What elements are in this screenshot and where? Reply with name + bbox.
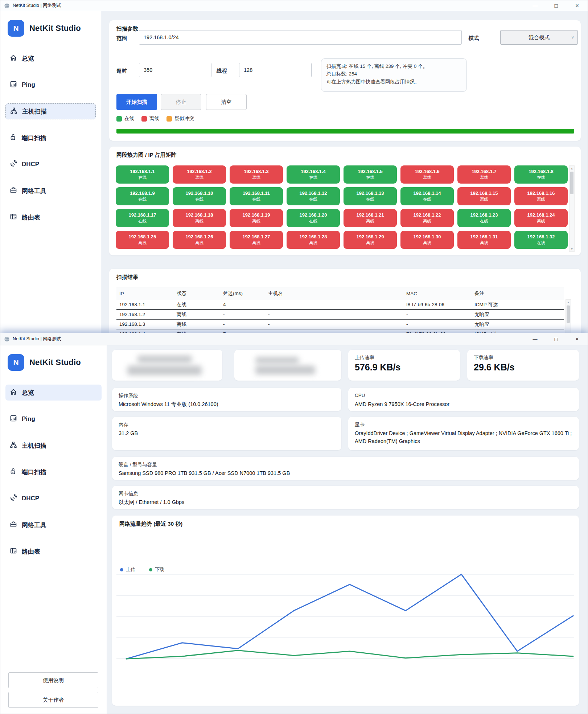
heatmap-cell[interactable]: 192.168.1.32在线 — [514, 231, 568, 249]
heatmap-cell[interactable]: 192.168.1.24离线 — [514, 209, 568, 227]
heatmap-cell[interactable]: 192.168.1.5在线 — [344, 165, 397, 184]
heatmap-cell[interactable]: 192.168.1.8在线 — [514, 165, 568, 184]
heatmap-cell-ip: 192.168.1.3 — [244, 169, 269, 174]
minimize-button[interactable]: — — [525, 0, 546, 11]
heatmap-cell-ip: 192.168.1.23 — [470, 212, 498, 218]
heatmap-cell[interactable]: 192.168.1.26离线 — [173, 231, 226, 249]
mode-select[interactable]: 混合模式 ˅ — [500, 30, 578, 45]
sidebar-item-overview[interactable]: 总览 — [5, 385, 102, 401]
home-icon — [10, 388, 17, 397]
heatmap-cell[interactable]: 192.168.1.15离线 — [457, 187, 511, 205]
heatmap-cell[interactable]: 192.168.1.13在线 — [344, 187, 397, 205]
scroll-up-icon[interactable]: ▲ — [570, 166, 574, 171]
heatmap-cell[interactable]: 192.168.1.23在线 — [457, 209, 511, 227]
table-cell: - — [403, 309, 472, 319]
sidebar-item-route-table[interactable]: 路由表 — [5, 209, 96, 225]
maximize-button[interactable]: □ — [546, 333, 567, 345]
sidebar-item-ping[interactable]: Ping — [5, 77, 96, 93]
heatmap-cell[interactable]: 192.168.1.22离线 — [400, 209, 454, 227]
sidebar-item-dhcp[interactable]: DHCP — [5, 491, 102, 506]
heatmap-cell[interactable]: 192.168.1.9在线 — [116, 187, 169, 205]
heatmap-cell[interactable]: 192.168.1.19离线 — [230, 209, 283, 227]
heatmap-cell[interactable]: 192.168.1.10在线 — [173, 187, 226, 205]
maximize-button[interactable]: □ — [546, 0, 567, 11]
sidebar-item-network-tools[interactable]: 网络工具 — [5, 517, 102, 533]
sidebar-item-label: 总览 — [22, 54, 34, 63]
nav: 总览 Ping 主机扫描 端口扫描 DHCP — [5, 50, 96, 225]
sidebar-item-label: 网络工具 — [22, 187, 46, 195]
heatmap-cell-status: 离线 — [138, 240, 147, 246]
threads-input[interactable] — [239, 63, 312, 77]
sidebar-item-route-table[interactable]: 路由表 — [5, 543, 102, 559]
heatmap-cell[interactable]: 192.168.1.30离线 — [400, 231, 454, 249]
cpu-label: CPU — [355, 393, 365, 398]
heatmap-cell[interactable]: 192.168.1.20在线 — [287, 209, 340, 227]
heatmap-cell[interactable]: 192.168.1.16离线 — [514, 187, 568, 205]
cpu-card: CPU AMD Ryzen 9 7950X 16-Core Processor — [348, 388, 579, 411]
column-header[interactable]: MAC — [403, 287, 472, 300]
sidebar-item-overview[interactable]: 总览 — [5, 50, 96, 66]
heatmap-cell-status: 在线 — [138, 197, 147, 202]
heatmap-cell[interactable]: 192.168.1.17在线 — [116, 209, 169, 227]
sidebar-item-port-scan[interactable]: 端口扫描 — [5, 464, 102, 480]
ping-icon — [10, 81, 17, 90]
heatmap-cell-ip: 192.168.1.29 — [357, 234, 384, 239]
heatmap-cell-ip: 192.168.1.13 — [357, 190, 384, 196]
minimize-button[interactable]: — — [525, 333, 546, 345]
heatmap-cell[interactable]: 192.168.1.11在线 — [230, 187, 283, 205]
sidebar-item-ping[interactable]: Ping — [5, 411, 102, 427]
heatmap-cell[interactable]: 192.168.1.18离线 — [173, 209, 226, 227]
clear-button[interactable]: 清空 — [206, 94, 247, 110]
results-scrollbar[interactable]: ▲ — [566, 299, 571, 335]
range-input[interactable] — [139, 30, 462, 45]
heatmap-cell[interactable]: 192.168.1.31离线 — [457, 231, 511, 249]
heatmap-cell[interactable]: 192.168.1.7离线 — [457, 165, 511, 184]
legend-label: 疑似冲突 — [174, 115, 194, 122]
heatmap-cell[interactable]: 192.168.1.21离线 — [344, 209, 397, 227]
about-author-button[interactable]: 关于作者 — [8, 692, 98, 708]
titlebar[interactable]: NetKit Studio | 网络测试 — □ ✕ — [0, 0, 588, 11]
scroll-down-icon[interactable]: ▼ — [570, 246, 574, 251]
heatmap-cell[interactable]: 192.168.1.14在线 — [400, 187, 454, 205]
heatmap-cell[interactable]: 192.168.1.25离线 — [116, 231, 169, 249]
heatmap-cell-status: 在线 — [537, 240, 545, 246]
heatmap-cell[interactable]: 192.168.1.3离线 — [230, 165, 283, 184]
heatmap-cell[interactable]: 192.168.1.6离线 — [400, 165, 454, 184]
heatmap-cell[interactable]: 192.168.1.4在线 — [287, 165, 340, 184]
titlebar[interactable]: NetKit Studio | 网络测试 — □ ✕ — [0, 333, 588, 345]
column-header[interactable]: 主机名 — [265, 287, 403, 300]
heatmap-scrollbar[interactable]: ▲ ▼ — [569, 165, 575, 252]
scan-results-card: 扫描结果 IP状态延迟(ms)主机名MAC备注 192.168.1.1在线4-f… — [109, 269, 581, 335]
table-row[interactable]: 192.168.1.1在线4-f8-f7-b9-6b-28-06ICMP 可达 — [116, 300, 564, 310]
heatmap-cell-ip: 192.168.1.6 — [415, 169, 440, 174]
sidebar-item-label: DHCP — [22, 495, 39, 502]
heatmap-cell[interactable]: 192.168.1.27离线 — [230, 231, 283, 249]
close-button[interactable]: ✕ — [567, 333, 588, 345]
timeout-input[interactable] — [139, 63, 211, 77]
sidebar-item-dhcp[interactable]: DHCP — [5, 156, 96, 172]
column-header[interactable]: 状态 — [174, 287, 220, 300]
heatmap-cell[interactable]: 192.168.1.28离线 — [287, 231, 340, 249]
sidebar-item-network-tools[interactable]: 网络工具 — [5, 183, 96, 199]
sidebar-item-port-scan[interactable]: 端口扫描 — [5, 130, 96, 146]
table-row[interactable]: 192.168.1.3离线---无响应 — [116, 319, 564, 329]
sidebar-item-host-scan[interactable]: 主机扫描 — [5, 103, 96, 119]
heatmap-cell[interactable]: 192.168.1.2离线 — [173, 165, 226, 184]
stop-button[interactable]: 停止 — [161, 94, 201, 110]
scroll-thumb[interactable] — [570, 172, 573, 194]
usage-instructions-button[interactable]: 使用说明 — [8, 672, 98, 688]
column-header[interactable]: IP — [116, 287, 174, 300]
window-controls: — □ ✕ — [525, 0, 588, 11]
heatmap-cell[interactable]: 192.168.1.29离线 — [344, 231, 397, 249]
column-header[interactable]: 延迟(ms) — [220, 287, 265, 300]
heatmap-cell[interactable]: 192.168.1.1在线 — [116, 165, 169, 184]
heatmap-cell[interactable]: 192.168.1.12在线 — [287, 187, 340, 205]
memory-label: 内存 — [119, 422, 128, 428]
start-scan-button[interactable]: 开始扫描 — [116, 94, 157, 110]
scroll-up-icon[interactable]: ▲ — [566, 300, 571, 305]
scroll-thumb[interactable] — [567, 305, 570, 323]
close-button[interactable]: ✕ — [567, 0, 588, 11]
column-header[interactable]: 备注 — [472, 287, 564, 300]
table-row[interactable]: 192.168.1.2离线---无响应 — [116, 309, 564, 319]
sidebar-item-host-scan[interactable]: 主机扫描 — [5, 438, 102, 454]
